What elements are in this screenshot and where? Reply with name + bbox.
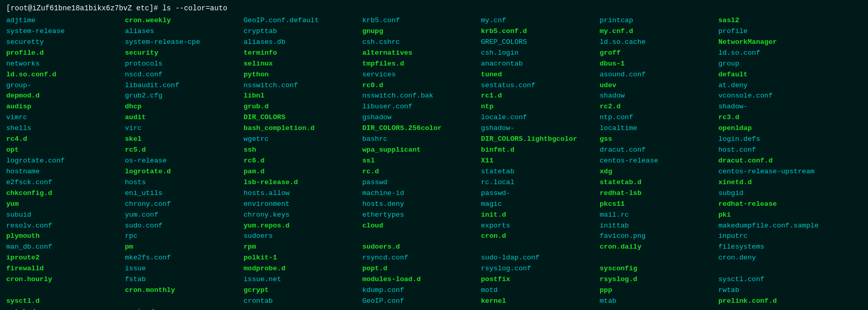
file-listing: adjtimecron.weeklyGeoIP.conf.defaultkrb5… bbox=[6, 15, 862, 310]
list-item: environment bbox=[244, 199, 362, 210]
list-item: udev bbox=[600, 80, 718, 91]
list-item: anacrontab bbox=[481, 59, 600, 70]
list-item: networks bbox=[6, 59, 125, 70]
list-item: ntp bbox=[481, 102, 600, 112]
list-item: DIR_COLORS.lightbgcolor bbox=[481, 134, 600, 145]
list-item: pm bbox=[125, 242, 244, 253]
list-item: issue bbox=[125, 264, 244, 274]
list-item: ethertypes bbox=[362, 210, 481, 221]
list-item: logrotate.d bbox=[125, 167, 244, 177]
list-item: nscd.conf bbox=[125, 70, 244, 80]
list-item: shadow- bbox=[718, 102, 837, 112]
list-item: sestatus.conf bbox=[481, 80, 600, 91]
list-item: hosts.deny bbox=[362, 199, 481, 210]
list-item: e2fsck.conf bbox=[6, 177, 125, 188]
list-item: rpc bbox=[125, 231, 244, 242]
list-item: filesystems bbox=[718, 242, 837, 253]
list-item: gss bbox=[600, 134, 718, 145]
list-item bbox=[600, 253, 718, 264]
list-item: grub.d bbox=[244, 102, 362, 112]
list-item: rpm bbox=[244, 242, 362, 253]
list-item: tuned bbox=[481, 70, 600, 80]
list-item: modules-load.d bbox=[362, 274, 481, 285]
list-item: csh.login bbox=[481, 48, 600, 59]
list-item: rsyslog.conf bbox=[481, 264, 600, 274]
list-item: libaudit.conf bbox=[125, 80, 244, 91]
list-item: rsyslog.d bbox=[600, 274, 718, 285]
list-item: groff bbox=[600, 48, 718, 59]
list-item: cron.hourly bbox=[6, 274, 125, 285]
list-item: audisp bbox=[6, 102, 125, 112]
list-item: pki bbox=[718, 210, 837, 221]
list-item: passwd bbox=[362, 177, 481, 188]
list-item: bash_completion.d bbox=[244, 123, 362, 134]
list-item: rwtab.d bbox=[6, 307, 125, 310]
list-item: sudoers.d bbox=[362, 242, 481, 253]
list-item: rc.local bbox=[481, 177, 600, 188]
list-item: audit bbox=[125, 112, 244, 123]
list-item bbox=[6, 285, 125, 296]
list-item: GeoIP.conf bbox=[362, 296, 481, 307]
list-item: X11 bbox=[481, 156, 600, 167]
list-item: nsswitch.conf bbox=[244, 80, 362, 91]
list-item: login.defs bbox=[718, 134, 837, 145]
list-item: ssh bbox=[244, 145, 362, 156]
list-item: rwtab bbox=[718, 285, 837, 296]
list-item: rc4.d bbox=[6, 134, 125, 145]
list-item: depmod.d bbox=[6, 91, 125, 102]
list-item: gcrypt bbox=[244, 285, 362, 296]
list-item: statetab bbox=[481, 167, 600, 177]
list-item: polkit-1 bbox=[244, 253, 362, 264]
list-item: skel bbox=[125, 134, 244, 145]
list-item: openldap bbox=[718, 123, 837, 134]
list-item: libnl bbox=[244, 91, 362, 102]
list-item: rc6.d bbox=[244, 156, 362, 167]
list-item: yum bbox=[6, 199, 125, 210]
list-item: tmpfiles.d bbox=[362, 59, 481, 70]
list-item: profile bbox=[718, 26, 837, 37]
list-item: GeoIP.conf.default bbox=[244, 15, 362, 26]
list-item: locale.conf bbox=[481, 112, 600, 123]
list-item: chrony.keys bbox=[244, 210, 362, 221]
list-item: prelink.conf.d bbox=[718, 296, 837, 307]
list-item: eni_utils bbox=[125, 188, 244, 199]
list-item: modprobe.d bbox=[244, 264, 362, 274]
list-item: resolv.conf bbox=[6, 221, 125, 232]
list-item: group- bbox=[6, 80, 125, 91]
list-item: crypttab bbox=[244, 26, 362, 37]
list-item: sysconfig bbox=[600, 264, 718, 274]
list-item: my.cnf bbox=[481, 15, 600, 26]
list-item: motd bbox=[481, 285, 600, 296]
list-item: magic bbox=[481, 199, 600, 210]
list-item: postfix bbox=[481, 274, 600, 285]
list-item: kdump.conf bbox=[362, 285, 481, 296]
list-item: mail.rc bbox=[600, 210, 718, 221]
list-item: alternatives bbox=[362, 48, 481, 59]
list-item: subgid bbox=[718, 188, 837, 199]
list-item: rsyncd.conf bbox=[362, 253, 481, 264]
list-item: opt bbox=[6, 145, 125, 156]
list-item: dracut.conf.d bbox=[718, 156, 837, 167]
list-item: system-release-cpe bbox=[125, 37, 244, 48]
list-item: libuser.conf bbox=[362, 102, 481, 112]
list-item: iproute2 bbox=[6, 253, 125, 264]
list-item: rc.d bbox=[362, 167, 481, 177]
list-item: ld.so.conf bbox=[718, 48, 837, 59]
list-item: favicon.png bbox=[600, 231, 718, 242]
list-item: krb5.conf bbox=[362, 15, 481, 26]
list-item: rc2.d bbox=[600, 102, 718, 112]
list-item: system-release bbox=[6, 26, 125, 37]
list-item: crontab bbox=[244, 296, 362, 307]
list-item: ld.so.cache bbox=[600, 37, 718, 48]
list-item: wpa_supplicant bbox=[362, 145, 481, 156]
list-item: binfmt.d bbox=[481, 145, 600, 156]
list-item: hostname bbox=[6, 167, 125, 177]
list-item: selinux bbox=[244, 59, 362, 70]
list-item: cron.d bbox=[481, 231, 600, 242]
list-item: group bbox=[718, 59, 837, 70]
list-item: sudo-ldap.conf bbox=[481, 253, 600, 264]
list-item: dhcp bbox=[125, 102, 244, 112]
list-item: hosts.allow bbox=[244, 188, 362, 199]
list-item: redhat-release bbox=[718, 199, 837, 210]
list-item: gnupg bbox=[362, 26, 481, 37]
